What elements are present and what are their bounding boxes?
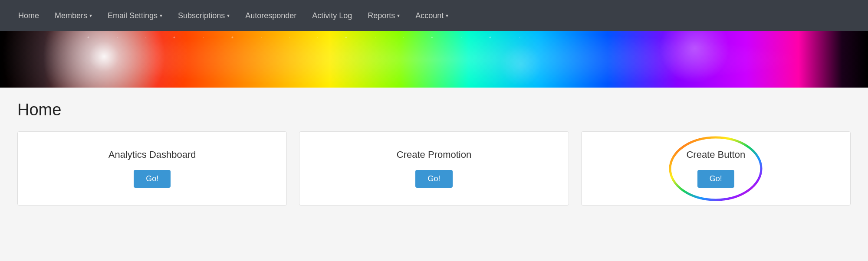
create-promotion-go-button[interactable]: Go! (415, 170, 452, 188)
nav-activity-log[interactable]: Activity Log (304, 0, 360, 31)
create-promotion-card: Create Promotion Go! (299, 131, 569, 206)
page-title: Home (17, 101, 851, 119)
nav-home[interactable]: Home (10, 0, 47, 31)
create-button-title: Create Button (686, 149, 745, 160)
rainbow-ring-icon (668, 134, 763, 203)
main-content: Home Analytics Dashboard Go! Create Prom… (0, 88, 868, 227)
nav-reports[interactable]: Reports ▾ (360, 0, 408, 31)
hero-banner (0, 31, 868, 88)
analytics-dashboard-go-button[interactable]: Go! (134, 170, 171, 188)
svg-point-0 (670, 137, 761, 200)
analytics-dashboard-card: Analytics Dashboard Go! (17, 131, 287, 206)
nav-members[interactable]: Members ▾ (47, 0, 100, 31)
nav-account[interactable]: Account ▾ (408, 0, 456, 31)
members-caret-icon: ▾ (89, 13, 92, 19)
account-caret-icon: ▾ (446, 13, 448, 19)
analytics-dashboard-title: Analytics Dashboard (108, 149, 196, 160)
reports-caret-icon: ▾ (397, 13, 400, 19)
create-button-card: Create Button Go! (581, 131, 851, 206)
subscriptions-caret-icon: ▾ (227, 13, 230, 19)
email-settings-caret-icon: ▾ (160, 13, 162, 19)
main-nav: Home Members ▾ Email Settings ▾ Subscrip… (0, 0, 868, 31)
nav-autoresponder[interactable]: Autoresponder (237, 0, 304, 31)
create-button-go-button[interactable]: Go! (697, 170, 734, 188)
nav-subscriptions[interactable]: Subscriptions ▾ (170, 0, 237, 31)
nav-email-settings[interactable]: Email Settings ▾ (100, 0, 170, 31)
cards-row: Analytics Dashboard Go! Create Promotion… (17, 131, 851, 206)
create-promotion-title: Create Promotion (397, 149, 471, 160)
